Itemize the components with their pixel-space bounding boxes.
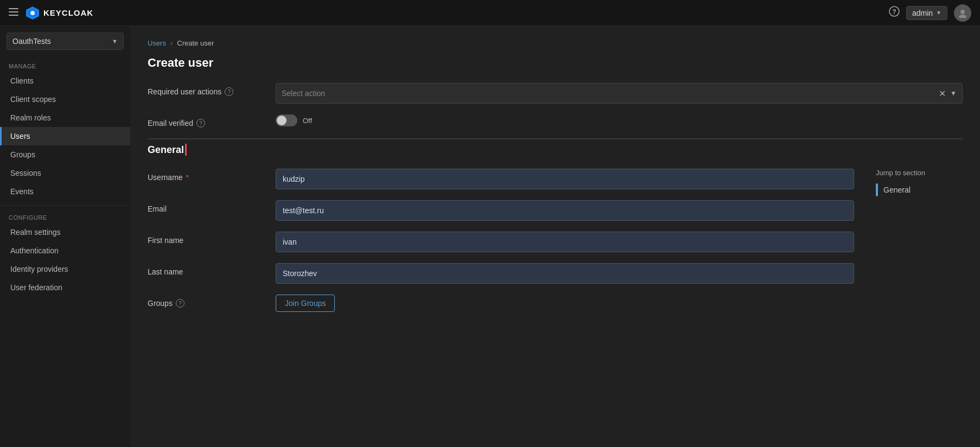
hamburger-icon[interactable] bbox=[9, 7, 18, 18]
first-name-row: First name bbox=[148, 232, 854, 252]
required-user-actions-label: Required user actions bbox=[148, 87, 221, 96]
email-label: Email bbox=[148, 205, 167, 213]
admin-label: admin bbox=[912, 9, 933, 17]
last-name-label: Last name bbox=[148, 267, 183, 276]
sidebar-item-users[interactable]: Users bbox=[0, 127, 130, 145]
required-user-actions-placeholder: Select action bbox=[282, 89, 939, 98]
email-row: Email bbox=[148, 200, 854, 221]
email-input[interactable] bbox=[276, 200, 854, 221]
logo-text: KEYCLOAK bbox=[43, 8, 93, 17]
manage-section-label: Manage bbox=[0, 59, 130, 72]
email-verified-row: Email verified ? Off bbox=[148, 114, 963, 127]
svg-rect-0 bbox=[9, 8, 18, 9]
username-input[interactable] bbox=[276, 169, 854, 189]
realm-selector-arrow-icon: ▼ bbox=[112, 38, 118, 44]
email-verified-label: Email verified bbox=[148, 119, 193, 127]
dropdown-arrow-icon: ▼ bbox=[936, 10, 941, 16]
sidebar-item-user-federation[interactable]: User federation bbox=[0, 278, 130, 297]
realm-selector[interactable]: OauthTests ▼ bbox=[7, 33, 124, 50]
email-verified-state: Off bbox=[303, 117, 312, 125]
username-required-star: * bbox=[186, 173, 189, 182]
last-name-row: Last name bbox=[148, 263, 854, 284]
avatar[interactable] bbox=[954, 4, 971, 22]
sidebar-item-realm-roles-label: Realm roles bbox=[10, 113, 51, 122]
groups-label: Groups bbox=[148, 299, 173, 308]
realm-name: OauthTests bbox=[12, 37, 51, 46]
sidebar-item-client-scopes-label: Client scopes bbox=[10, 95, 56, 104]
jump-label-general: General bbox=[883, 183, 911, 196]
main-content: Users › Create user Create user Required… bbox=[130, 26, 980, 447]
join-groups-button[interactable]: Join Groups bbox=[276, 295, 335, 312]
general-section-title-text: General bbox=[148, 144, 184, 156]
required-user-actions-row: Required user actions ? Select action ✕ … bbox=[148, 83, 963, 104]
page-title: Create user bbox=[148, 56, 963, 70]
select-dropdown-icon[interactable]: ▼ bbox=[950, 90, 957, 97]
groups-help-icon[interactable]: ? bbox=[176, 299, 184, 308]
sidebar-item-sessions[interactable]: Sessions bbox=[0, 164, 130, 182]
sidebar-item-client-scopes[interactable]: Client scopes bbox=[0, 90, 130, 108]
svg-text:?: ? bbox=[892, 8, 896, 16]
username-row: Username * bbox=[148, 169, 854, 189]
topnav: KEYCLOAK ? admin ▼ bbox=[0, 0, 980, 26]
jump-bar-general bbox=[876, 183, 878, 196]
help-icon[interactable]: ? bbox=[889, 6, 900, 20]
sidebar-item-events-label: Events bbox=[10, 187, 34, 196]
last-name-input[interactable] bbox=[276, 263, 854, 284]
sidebar-item-users-label: Users bbox=[10, 132, 30, 141]
username-label: Username bbox=[148, 173, 183, 182]
sidebar-item-identity-providers[interactable]: Identity providers bbox=[0, 260, 130, 278]
general-section-title: General bbox=[148, 138, 963, 156]
svg-rect-2 bbox=[9, 15, 18, 16]
sidebar-item-identity-providers-label: Identity providers bbox=[10, 265, 68, 273]
section-title-bar bbox=[185, 144, 187, 156]
select-clear-icon[interactable]: ✕ bbox=[939, 88, 946, 99]
jump-to-section-title: Jump to section bbox=[876, 169, 963, 177]
sidebar-item-realm-settings[interactable]: Realm settings bbox=[0, 223, 130, 241]
jump-to-section: Jump to section General bbox=[876, 169, 963, 323]
first-name-input[interactable] bbox=[276, 232, 854, 252]
svg-point-9 bbox=[959, 15, 966, 18]
svg-point-8 bbox=[960, 10, 965, 14]
first-name-label: First name bbox=[148, 236, 183, 245]
breadcrumb-users-link[interactable]: Users bbox=[148, 39, 166, 47]
sidebar-item-clients-label: Clients bbox=[10, 76, 34, 85]
breadcrumb-separator: › bbox=[170, 39, 173, 47]
required-user-actions-select[interactable]: Select action ✕ ▼ bbox=[276, 83, 963, 104]
required-user-actions-help-icon[interactable]: ? bbox=[225, 87, 233, 96]
sidebar-item-sessions-label: Sessions bbox=[10, 169, 41, 177]
sidebar-item-user-federation-label: User federation bbox=[10, 283, 62, 292]
sidebar-item-groups[interactable]: Groups bbox=[0, 145, 130, 164]
svg-rect-1 bbox=[9, 11, 18, 12]
email-verified-help-icon[interactable]: ? bbox=[196, 119, 205, 127]
sidebar-item-groups-label: Groups bbox=[10, 150, 35, 159]
toggle-knob bbox=[277, 116, 287, 125]
sidebar-item-authentication[interactable]: Authentication bbox=[0, 241, 130, 260]
sidebar-item-authentication-label: Authentication bbox=[10, 246, 59, 255]
email-verified-toggle[interactable] bbox=[276, 114, 297, 126]
sidebar: OauthTests ▼ Manage Clients Client scope… bbox=[0, 26, 130, 447]
breadcrumb: Users › Create user bbox=[148, 39, 963, 47]
sidebar-item-realm-roles[interactable]: Realm roles bbox=[0, 108, 130, 127]
breadcrumb-current: Create user bbox=[177, 39, 214, 47]
sidebar-item-clients[interactable]: Clients bbox=[0, 72, 130, 90]
jump-item-general[interactable]: General bbox=[876, 183, 963, 196]
configure-section-label: Configure bbox=[0, 210, 130, 223]
admin-dropdown[interactable]: admin ▼ bbox=[906, 6, 947, 20]
sidebar-divider bbox=[0, 205, 130, 206]
sidebar-item-events[interactable]: Events bbox=[0, 182, 130, 201]
svg-point-5 bbox=[30, 11, 35, 15]
sidebar-item-realm-settings-label: Realm settings bbox=[10, 228, 61, 237]
groups-row: Groups ? Join Groups bbox=[148, 295, 854, 312]
logo: KEYCLOAK bbox=[25, 5, 93, 21]
